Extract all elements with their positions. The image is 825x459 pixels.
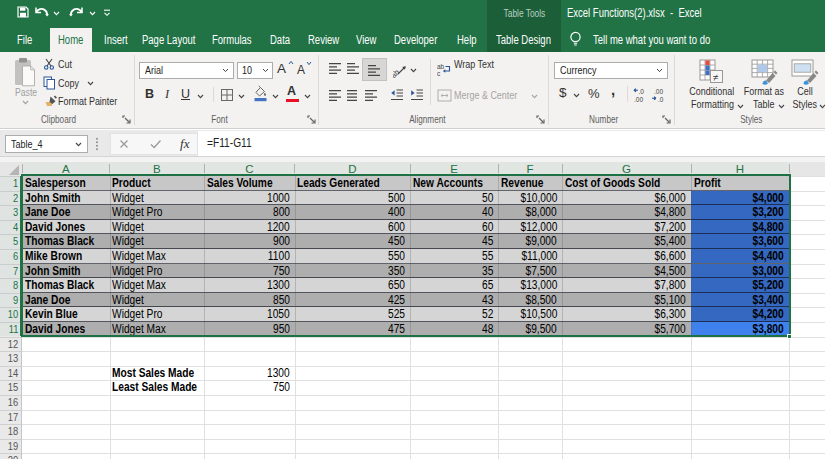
svg-text:≠: ≠ [713,72,719,83]
svg-text:c: c [437,70,441,77]
svg-text:.0: .0 [658,96,664,103]
svg-text:.0: .0 [639,88,645,95]
svg-text:ab: ab [393,68,401,78]
svg-text:.00: .00 [654,88,663,95]
svg-text:.00: .00 [634,96,643,103]
svg-text:ab: ab [437,63,445,70]
